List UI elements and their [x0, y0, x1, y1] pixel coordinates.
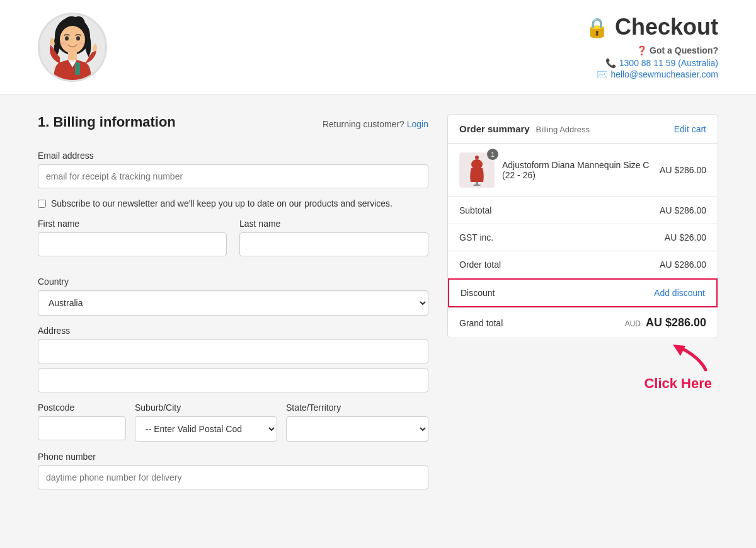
newsletter-label: Subscribe to our newsletter and we'll ke…	[51, 198, 392, 208]
annotation-area: Click Here	[447, 338, 718, 395]
newsletter-row: Subscribe to our newsletter and we'll ke…	[38, 198, 428, 208]
svg-rect-8	[475, 156, 479, 159]
order-total-value: AU $286.00	[660, 260, 706, 270]
right-column: Order summary Billing Address Edit cart	[447, 114, 718, 499]
last-name-group: Last name	[239, 219, 428, 256]
login-link[interactable]: Login	[407, 119, 428, 129]
postcode-label: Postcode	[38, 402, 126, 413]
order-card-header: Order summary Billing Address Edit cart	[448, 115, 718, 144]
returning-customer-text: Returning customer? Login	[323, 119, 428, 129]
svg-point-5	[77, 42, 84, 45]
phone-link[interactable]: 1300 88 11 59 (Australia)	[619, 58, 718, 68]
email-field-group: Email address	[38, 151, 428, 188]
order-item-row: 1 Adjustoform Diana Mannequin Size C (22…	[448, 144, 718, 197]
suburb-select[interactable]: -- Enter Valid Postal Cod	[135, 416, 277, 442]
first-name-input[interactable]	[38, 232, 227, 256]
arrow-svg	[662, 338, 712, 373]
product-price: AU $286.00	[660, 165, 706, 175]
postcode-input[interactable]	[38, 416, 126, 440]
discount-label: Discount	[461, 288, 495, 298]
subtotal-row: Subtotal AU $286.00	[448, 197, 718, 224]
last-name-input[interactable]	[239, 232, 428, 256]
billing-addr-label: Billing Address	[536, 125, 590, 134]
svg-point-3	[76, 37, 80, 41]
state-label: State/Territory	[286, 402, 428, 413]
phone-label: Phone number	[38, 452, 428, 462]
subtotal-label: Subtotal	[459, 205, 491, 215]
country-label: Country	[38, 277, 428, 287]
logo-circle	[38, 13, 107, 82]
question-label: ❓ Got a Question?	[585, 45, 718, 55]
lock-icon: 🔒	[585, 16, 609, 38]
newsletter-checkbox[interactable]	[38, 200, 46, 208]
first-name-group: First name	[38, 219, 227, 256]
email-input[interactable]	[38, 164, 428, 188]
left-column: 1. Billing information Returning custome…	[38, 114, 428, 499]
svg-point-9	[471, 159, 483, 169]
state-select[interactable]	[286, 416, 428, 442]
grand-total-value: AU $286.00	[646, 316, 706, 329]
logo-area	[38, 13, 107, 82]
edit-cart-link[interactable]: Edit cart	[674, 124, 706, 134]
suburb-group: Suburb/City -- Enter Valid Postal Cod	[135, 402, 277, 442]
section-title: 1. Billing information	[38, 114, 176, 130]
address-label: Address	[38, 326, 428, 336]
qty-badge: 1	[487, 149, 498, 160]
grand-total-amount: AUD AU $286.00	[625, 316, 706, 329]
address-field-group: Address	[38, 326, 428, 392]
checkout-title: 🔒 Checkout	[585, 14, 718, 40]
email-label: Email address	[38, 151, 428, 161]
click-here-annotation: Click Here	[644, 338, 712, 392]
address-line2-input[interactable]	[38, 368, 428, 392]
suburb-label: Suburb/City	[135, 402, 277, 413]
svg-rect-6	[68, 52, 77, 60]
state-group: State/Territory	[286, 402, 428, 442]
email-icon: ✉️	[597, 69, 607, 79]
gst-value: AU $26.00	[665, 232, 706, 243]
postcode-group: Postcode	[38, 402, 126, 442]
svg-point-11	[473, 185, 481, 186]
question-icon: ❓	[636, 45, 647, 55]
phone-field-group: Phone number	[38, 452, 428, 489]
phone-line: 📞 1300 88 11 59 (Australia)	[585, 58, 718, 68]
discount-row: Discount Add discount	[448, 278, 718, 307]
add-discount-button[interactable]: Add discount	[654, 288, 705, 298]
svg-point-2	[65, 37, 69, 41]
product-name: Adjustoform Diana Mannequin Size C (22 -…	[502, 160, 652, 180]
product-img-box: 1	[459, 152, 495, 188]
country-select[interactable]: Australia	[38, 290, 428, 316]
gst-row: GST inc. AU $26.00	[448, 224, 718, 251]
grand-total-currency: AUD	[625, 319, 641, 328]
svg-point-1	[60, 26, 85, 54]
order-card: Order summary Billing Address Edit cart	[447, 114, 718, 338]
address-line1-input[interactable]	[38, 340, 428, 363]
subtotal-value: AU $286.00	[660, 205, 706, 215]
grand-total-row: Grand total AUD AU $286.00	[448, 307, 718, 338]
contact-section: ❓ Got a Question? 📞 1300 88 11 59 (Austr…	[585, 45, 718, 79]
svg-rect-7	[75, 62, 80, 75]
order-total-row: Order total AU $286.00	[448, 251, 718, 278]
grand-total-label: Grand total	[459, 318, 503, 328]
country-field-group: Country Australia	[38, 277, 428, 316]
header: 🔒 Checkout ❓ Got a Question? 📞 1300 88 1…	[0, 0, 756, 95]
last-name-label: Last name	[239, 219, 428, 229]
header-right: 🔒 Checkout ❓ Got a Question? 📞 1300 88 1…	[585, 14, 718, 81]
email-link[interactable]: hello@sewmucheasier.com	[610, 69, 718, 79]
main-content: 1. Billing information Returning custome…	[0, 95, 756, 518]
email-line: ✉️ hello@sewmucheasier.com	[585, 69, 718, 79]
order-summary-label: Order summary	[459, 123, 530, 134]
order-total-label: Order total	[459, 260, 501, 270]
gst-label: GST inc.	[459, 232, 493, 243]
phone-icon: 📞	[605, 58, 616, 68]
first-name-label: First name	[38, 219, 227, 229]
click-here-text: Click Here	[644, 375, 712, 392]
svg-point-4	[61, 42, 67, 45]
phone-input[interactable]	[38, 465, 428, 489]
